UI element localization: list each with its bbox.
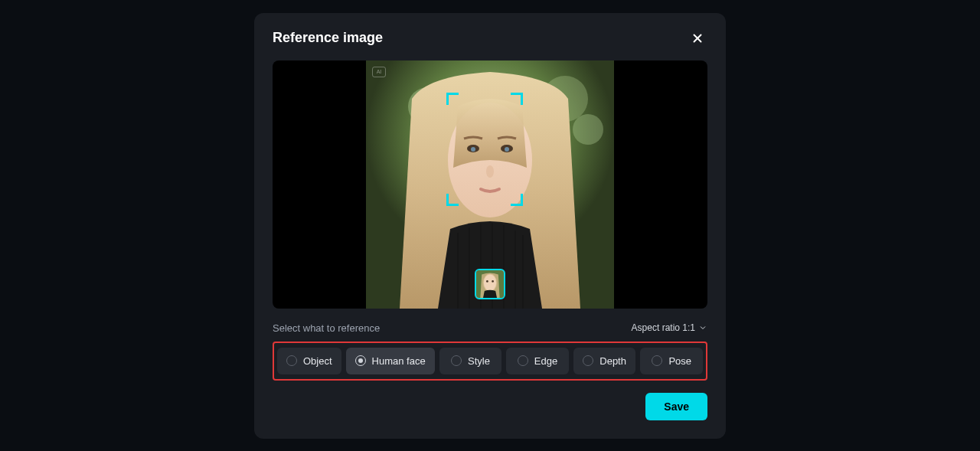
option-object[interactable]: Object — [277, 348, 341, 374]
save-button[interactable]: Save — [645, 393, 707, 420]
radio-icon — [451, 355, 462, 366]
face-detection-frame-top — [446, 93, 523, 108]
close-icon — [691, 31, 704, 45]
svg-point-16 — [492, 280, 494, 283]
svg-point-11 — [486, 165, 494, 178]
face-thumbnail[interactable] — [475, 269, 505, 299]
close-button[interactable] — [688, 28, 707, 48]
radio-icon — [286, 355, 297, 366]
radio-icon — [583, 355, 593, 366]
option-pose[interactable]: Pose — [640, 348, 703, 374]
modal-title: Reference image — [273, 30, 383, 46]
chevron-down-icon — [698, 323, 707, 332]
radio-icon — [652, 355, 662, 366]
ai-badge: AI — [372, 67, 386, 77]
option-depth[interactable]: Depth — [573, 348, 636, 374]
aspect-ratio-label: Aspect ratio 1:1 — [632, 322, 695, 333]
svg-point-15 — [486, 280, 488, 283]
option-label: Edge — [534, 355, 557, 367]
option-label: Object — [303, 355, 332, 367]
modal-header: Reference image — [273, 28, 707, 48]
svg-point-9 — [471, 147, 475, 152]
svg-point-14 — [484, 274, 496, 291]
modal-footer: Save — [273, 393, 707, 420]
option-label: Depth — [599, 355, 626, 367]
radio-icon — [518, 355, 528, 366]
option-human-face[interactable]: Human face — [346, 348, 435, 374]
svg-point-5 — [573, 114, 603, 145]
option-style[interactable]: Style — [439, 348, 502, 374]
option-label: Style — [468, 355, 490, 367]
svg-point-10 — [505, 147, 509, 152]
reference-options-group: Object Human face Style Edge Depth Pose — [273, 342, 707, 381]
option-label: Pose — [668, 355, 691, 367]
radio-icon — [355, 355, 366, 366]
reference-image-modal: Reference image — [254, 13, 726, 439]
option-label: Human face — [372, 355, 426, 367]
reference-image[interactable]: AI — [366, 60, 614, 309]
controls-row: Select what to reference Aspect ratio 1:… — [273, 322, 707, 334]
image-preview-container: AI — [273, 60, 707, 309]
thumbnail-image — [476, 270, 504, 298]
option-edge[interactable]: Edge — [506, 348, 569, 374]
face-detection-frame-bottom — [446, 191, 523, 206]
select-label: Select what to reference — [273, 322, 380, 334]
aspect-ratio-selector[interactable]: Aspect ratio 1:1 — [632, 322, 707, 333]
